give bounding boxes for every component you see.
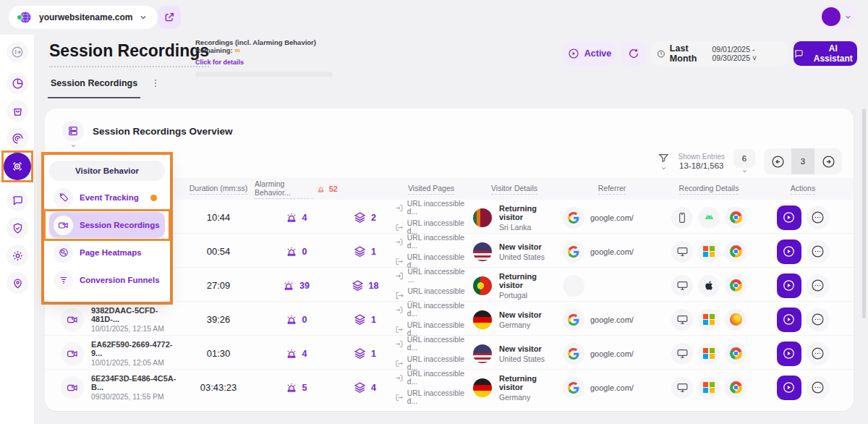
tab-session-recordings[interactable]: Session Recordings [48,77,140,98]
more-options-button[interactable] [807,240,830,263]
visited-pages-cell: URL inaccessible d... URL inaccessible d… [392,336,470,371]
sidebar-item-analytics[interactable] [7,72,28,94]
table-row[interactable]: EA62F590-2669-4772-9... 10/01/2025, 12:0… [45,336,854,370]
remaining-details-link[interactable]: Click for details [195,59,244,66]
visitor-type: Returning visitor [499,272,558,289]
ai-assistant-button[interactable]: AI Assistant [793,41,857,66]
chevron-down-icon [139,13,148,22]
ellipsis-circle-icon [810,210,825,225]
chevron-down-icon [741,168,748,174]
exit-url: URL inaccessible d... [407,219,470,235]
prev-page-button[interactable] [764,148,791,174]
account-menu[interactable] [816,4,858,29]
video-camera-icon [61,308,84,331]
tab-options-menu[interactable] [150,77,161,88]
referrer-cell: google.com/ [558,377,665,399]
play-recording-button[interactable] [777,308,801,332]
sidebar-item-feedback[interactable] [7,190,28,211]
status-active-button[interactable]: Active [563,41,616,66]
notification-dot [150,195,157,201]
referrer-url: google.com/ [590,349,634,358]
period-range: 09/01/2025 - 09/30/2025 ˅ [712,45,783,62]
menu-item-session-recordings[interactable]: Session Recordings [49,212,165,238]
table-row[interactable]: 6E234F3D-E486-4C5A-B... 09/30/2025, 11:5… [45,370,854,404]
pages-count: 4 [371,383,376,393]
scrollbar[interactable] [862,109,866,318]
lk-flag-icon [473,208,492,227]
visited-pages-cell: URL inaccessible ... URL inaccessible ..… [392,268,470,303]
open-website-button[interactable] [158,6,181,29]
sidebar-panel-toggle[interactable] [7,41,28,63]
menu-item-event-tracking[interactable]: Event Tracking [49,185,165,211]
more-options-button[interactable] [807,376,830,399]
visited-pages-cell: URL inaccessible d... URL inaccessible d… [392,370,470,405]
play-circle-icon [782,211,796,224]
alarm-icon [283,280,294,292]
play-recording-button[interactable] [777,239,801,264]
alarming-cell: 0 [255,314,338,326]
menu-item-page-heatmaps[interactable]: Page Heatmaps [49,239,165,266]
referrer-url: google.com/ [590,383,634,392]
recording-id: 9382DAAC-5CFD-481D-... [91,306,182,323]
engagement-swirl-icon [12,132,24,145]
visited-pages-cell: URL inaccessible d... URL inaccessible d… [392,200,470,235]
tag-icon [59,192,69,203]
play-circle-icon [782,245,796,258]
sidebar-item-visitors[interactable] [7,272,28,294]
entry-page-icon [395,203,404,213]
sidebar-item-settings[interactable] [7,245,28,266]
ellipsis-circle-icon [810,278,825,293]
play-recording-button[interactable] [777,376,801,400]
refresh-icon [628,48,639,59]
layers-icon [354,381,366,394]
alarming-count: 39 [299,281,310,291]
chrome-icon [725,377,746,399]
play-circle-icon [782,381,796,394]
alarming-count: 4 [302,213,307,223]
de-flag-icon [473,378,492,397]
alarming-count: 0 [302,315,307,325]
visitor-country: Sri Lanka [499,223,558,232]
alarming-cell: 0 [255,246,338,258]
visitor-details-cell: New visitor Germany [470,310,558,329]
menu-item-conversion-funnels[interactable]: Conversion Funnels [49,267,165,293]
actions-cell [752,342,854,366]
sidebar-item-session-recordings[interactable] [4,153,31,180]
table-row[interactable]: 9382DAAC-5CFD-481D-... 10/01/2025, 12:15… [45,302,854,336]
duration: 10:44 [207,212,231,223]
security-shield-icon [12,222,24,234]
refresh-button[interactable] [621,41,646,66]
chrome-icon [725,275,746,297]
desktop-icon [671,377,693,399]
visitor-type: New visitor [499,242,545,251]
avatar [822,7,841,26]
page-size-select[interactable]: 6 [733,149,755,174]
more-options-button[interactable] [807,308,830,331]
more-options-button[interactable] [807,342,830,365]
overview-collapse-button[interactable] [62,120,84,149]
col-visited-pages: Visited Pages [408,184,454,195]
sidebar-item-engagement[interactable] [7,127,28,149]
referrer-url: google.com/ [590,213,634,222]
next-page-button[interactable] [814,148,842,174]
recording-id-cell: EA62F590-2669-4772-9... 10/01/2025, 12:0… [45,340,182,367]
sidebar-item-security[interactable] [7,217,28,239]
date-range-picker[interactable]: Last Month 09/01/2025 - 09/30/2025 ˅ [651,41,788,66]
more-options-button[interactable] [807,206,830,229]
play-recording-button[interactable] [777,342,801,366]
us-flag-icon [473,242,492,261]
filter-button[interactable] [658,152,670,171]
referrer-cell: google.com/ [558,343,665,365]
sidebar-item-commerce[interactable] [7,100,28,122]
play-recording-button[interactable] [777,274,801,298]
overview-title: Session Recordings Overview [93,126,233,137]
more-options-button[interactable] [807,274,830,297]
play-recording-button[interactable] [777,205,801,230]
referrer-cell: google.com/ [558,207,665,229]
exit-page-icon [395,359,404,368]
exit-page-icon [395,257,404,266]
chevron-down-icon [844,13,852,21]
video-camera-icon [61,342,84,365]
website-selector[interactable]: yourwebsitename.com [9,6,158,29]
recording-id: EA62F590-2669-4772-9... [91,340,182,357]
